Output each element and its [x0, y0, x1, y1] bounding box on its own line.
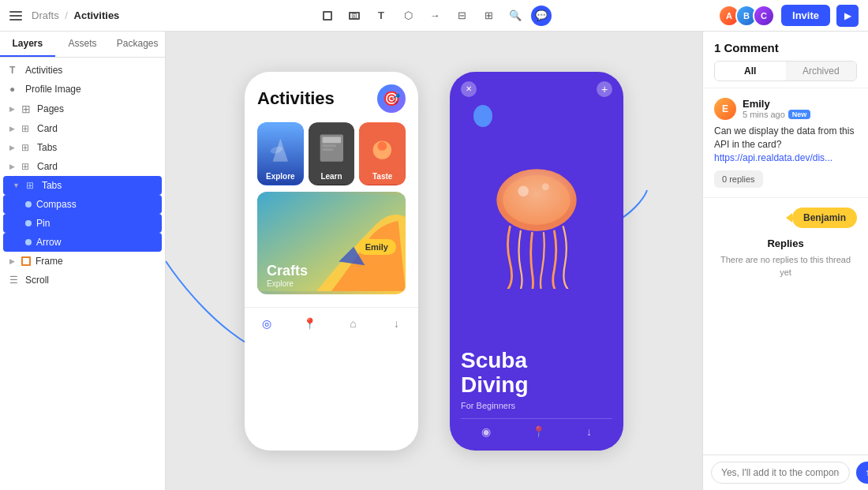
- layer-compass[interactable]: Compass: [3, 195, 162, 214]
- tab-packages[interactable]: Packages: [110, 32, 165, 57]
- expand-icon: ▶: [9, 163, 15, 170]
- tool-grid[interactable]: ⊟: [451, 5, 473, 27]
- breadcrumb: Drafts / Activities: [32, 9, 119, 21]
- canvas[interactable]: Activities 🎯 Explore: [166, 32, 702, 490]
- tool-zoom[interactable]: 🔍: [504, 5, 526, 27]
- layer-tabs-1[interactable]: ▶ ⊞ Tabs: [0, 138, 165, 157]
- purple-bottom: ScubaDiving For Beginners ◉ 📍 ↓: [450, 339, 623, 451]
- menu-icon[interactable]: [9, 8, 25, 24]
- send-button[interactable]: ↑: [856, 462, 868, 484]
- toolbar-tools: ⊞ T ⬡ → ⊟ ⊞ 🔍 💬: [316, 5, 552, 27]
- new-badge: New: [788, 110, 811, 119]
- expand-icon: ▼: [13, 181, 20, 189]
- benjamin-label: Benjamin: [792, 208, 857, 228]
- tool-arrow[interactable]: →: [424, 5, 446, 27]
- jellyfish-area: [450, 97, 623, 339]
- phone-white: Activities 🎯 Explore: [245, 72, 418, 451]
- dot-icon: [25, 220, 32, 226]
- emily-badge: Emily: [357, 239, 396, 255]
- layer-frame[interactable]: ▶ Frame: [0, 252, 165, 271]
- commenter-avatar: E: [714, 98, 736, 120]
- benjamin-tooltip-container: Benjamin: [792, 208, 857, 228]
- comments-title: 1 Comment: [714, 41, 857, 54]
- sidebar: Layers Assets Packages T Activities ● Pr…: [0, 32, 166, 490]
- tool-comment[interactable]: 💬: [531, 6, 552, 26]
- scuba-title: ScubaDiving: [461, 349, 612, 398]
- close-button[interactable]: ✕: [461, 81, 477, 97]
- layer-tabs-2[interactable]: ▼ ⊞ Tabs: [3, 176, 162, 195]
- frame-icon: [21, 256, 31, 266]
- tool-frame[interactable]: ⊞: [343, 5, 365, 27]
- main-layout: Layers Assets Packages T Activities ● Pr…: [0, 32, 868, 490]
- jellyfish-image: [481, 147, 592, 289]
- topbar-right: A B C Invite ▶: [558, 5, 859, 27]
- tool-pen[interactable]: ⬡: [397, 5, 419, 27]
- comments-tabs: All Archived: [714, 61, 857, 81]
- circle-icon: ●: [9, 84, 21, 95]
- purple-nav-3: ↓: [586, 425, 592, 438]
- nav-compass: ◎: [259, 316, 275, 331]
- input-area: ↑: [703, 454, 868, 490]
- avatar-group: A B C: [718, 5, 775, 27]
- add-button[interactable]: +: [597, 81, 612, 97]
- comment-thread: E Emily 5 mins ago New Can we display th…: [703, 88, 868, 198]
- svg-point-14: [503, 175, 571, 225]
- tooltip-arrow: [786, 213, 792, 223]
- replies-empty-text: There are no replies to this thread yet: [714, 254, 857, 279]
- grid-icon: ⊞: [21, 123, 32, 134]
- scuba-sub: For Beginners: [461, 401, 612, 410]
- purple-nav-2: 📍: [532, 425, 545, 438]
- tab-layers[interactable]: Layers: [0, 32, 55, 57]
- purple-nav-1: ◉: [481, 425, 491, 438]
- card-learn: Learn: [309, 122, 355, 185]
- svg-point-16: [542, 183, 549, 190]
- comment-user-row: E Emily 5 mins ago New: [714, 98, 857, 120]
- phone-avatar: 🎯: [377, 84, 406, 113]
- crafts-label: Crafts Explore: [267, 263, 308, 288]
- crafts-card: Crafts Explore Emily: [257, 192, 406, 294]
- layer-pages[interactable]: ▶ ⊞ Pages: [0, 99, 165, 119]
- play-button[interactable]: ▶: [836, 5, 859, 27]
- comments-panel: 1 Comment All Archived E Emily 5 mins ag…: [702, 32, 868, 490]
- layer-arrow[interactable]: Arrow: [3, 233, 162, 252]
- tool-split[interactable]: ⊞: [477, 5, 499, 27]
- expand-icon: ▶: [9, 144, 15, 151]
- layer-card-2[interactable]: ▶ ⊞ Card: [0, 157, 165, 176]
- invite-button[interactable]: Invite: [781, 5, 830, 26]
- breadcrumb-drafts[interactable]: Drafts: [32, 9, 59, 21]
- commenter-name: Emily: [743, 98, 857, 110]
- replies-section: Benjamin Replies There are no replies to…: [703, 198, 868, 454]
- expand-icon: ▶: [9, 105, 15, 113]
- nav-pin: 📍: [302, 316, 318, 331]
- grid-icon: ⊞: [21, 142, 32, 153]
- comment-time: 5 mins ago New: [743, 110, 857, 119]
- crafts-title: Crafts: [267, 263, 308, 279]
- comment-link[interactable]: https://api.realdata.dev/dis...: [714, 152, 832, 163]
- purple-top-bar: ✕ +: [450, 72, 623, 97]
- grid-icon: ⊞: [21, 103, 32, 115]
- grid-icon: ⊞: [21, 161, 32, 172]
- layer-scroll[interactable]: ☰ Scroll: [0, 271, 165, 290]
- card-taste-label: Taste: [359, 172, 406, 181]
- layer-card-1[interactable]: ▶ ⊞ Card: [0, 119, 165, 138]
- tool-text[interactable]: T: [370, 5, 392, 27]
- topbar: Drafts / Activities ⊞ T ⬡ → ⊟ ⊞ 🔍 💬 A B …: [0, 0, 868, 32]
- tab-all[interactable]: All: [715, 62, 786, 80]
- tab-archived[interactable]: Archived: [786, 62, 857, 80]
- expand-icon: ▶: [9, 257, 15, 265]
- nav-home: ⌂: [346, 316, 361, 331]
- dot-icon: [25, 201, 32, 208]
- layer-profile-image[interactable]: ● Profile Image: [0, 80, 165, 99]
- tab-assets[interactable]: Assets: [55, 32, 110, 57]
- comment-input[interactable]: [711, 462, 850, 484]
- replies-button[interactable]: 0 replies: [714, 170, 763, 188]
- layers-list: T Activities ● Profile Image ▶ ⊞ Pages ▶…: [0, 58, 165, 490]
- card-learn-label: Learn: [309, 172, 355, 181]
- card-taste: Taste: [359, 122, 406, 185]
- purple-nav-bar: ◉ 📍 ↓: [461, 418, 612, 438]
- tool-select[interactable]: [316, 5, 339, 27]
- layer-pin[interactable]: Pin: [3, 214, 162, 233]
- comments-header: 1 Comment All Archived: [703, 32, 868, 88]
- phones-container: Activities 🎯 Explore: [245, 72, 623, 451]
- layer-activities[interactable]: T Activities: [0, 61, 165, 80]
